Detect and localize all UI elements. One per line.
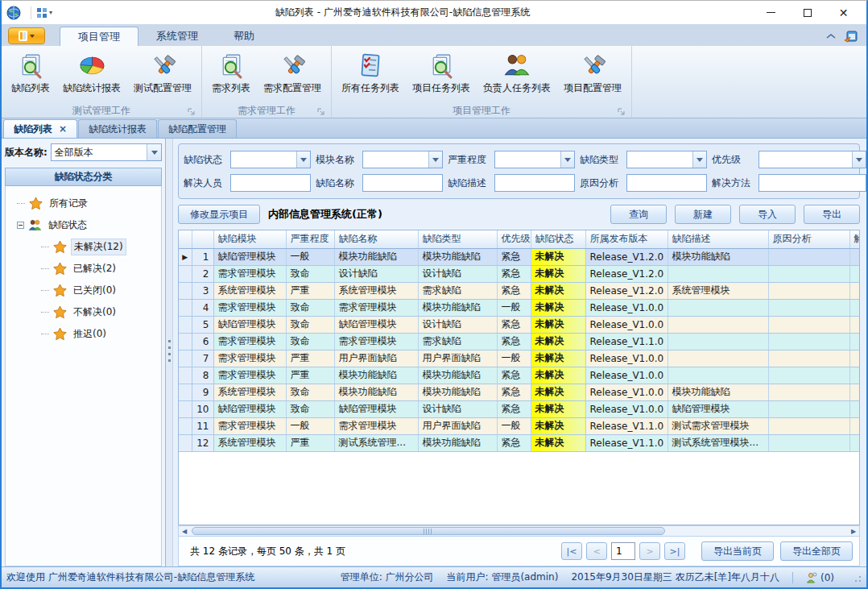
grid-cell[interactable]: Release_V1.1.0 [585, 434, 668, 451]
quick-access-toolbar-button[interactable]: ▾ [36, 7, 52, 19]
grid-cell[interactable]: 模块功能缺陷 [334, 248, 418, 265]
grid-cell[interactable]: 一般 [497, 350, 531, 367]
grid-cell[interactable]: 紧急 [497, 400, 531, 417]
grid-cell[interactable]: 紧急 [497, 434, 531, 451]
grid-cell[interactable]: 紧急 [497, 384, 531, 400]
grid-row[interactable]: 3系统管理模块严重系统管理模块需求缺陷紧急未解决Release_V1.2.0系统… [179, 282, 860, 299]
grid-row[interactable]: 8需求管理模块严重模块功能缺陷模块功能缺陷紧急未解决Release_V1.0.0 [179, 367, 860, 384]
grid-cell[interactable]: 设计缺陷 [418, 265, 497, 282]
grid-cell[interactable]: 需求管理模块 [213, 417, 286, 434]
grid-cell[interactable]: 未解决 [531, 417, 585, 434]
grid-cell[interactable] [768, 282, 849, 299]
grid-cell[interactable]: 未解决 [531, 248, 585, 265]
application-menu-button[interactable] [8, 27, 45, 44]
filter-select-模块名称[interactable] [362, 151, 443, 168]
ribbon-button-缺陷列表[interactable]: 缺陷列表 [6, 49, 55, 97]
grid-cell[interactable]: Release_V1.1.0 [585, 417, 668, 434]
grid-cell[interactable]: 需求管理模块 [213, 367, 286, 384]
grid-cell[interactable]: Release_V1.0.0 [585, 384, 668, 400]
ribbon-tab-系统管理[interactable]: 系统管理 [138, 27, 216, 46]
grid-cell[interactable]: 紧急 [497, 265, 531, 282]
grid-cell[interactable]: 测试需求管理模块 [668, 417, 768, 434]
row-selector-cell[interactable] [179, 333, 192, 350]
grid-cell[interactable]: 致命 [286, 316, 334, 333]
tree-expander-icon[interactable] [17, 222, 24, 229]
ribbon-button-所有任务列表[interactable]: 所有任务列表 [337, 49, 404, 97]
minimize-button[interactable] [753, 2, 789, 23]
grid-cell[interactable]: 一般 [286, 417, 334, 434]
pager-button[interactable]: > [639, 542, 660, 560]
grid-row[interactable]: 5缺陷管理模块致命缺陷管理模块设计缺陷紧急未解决Release_V1.0.0 [179, 316, 860, 333]
page-number-input[interactable] [611, 542, 635, 560]
grid-cell[interactable]: 未解决 [531, 367, 585, 384]
row-selector-cell[interactable] [179, 265, 192, 282]
grid-cell[interactable]: 致命 [286, 333, 334, 350]
close-tab-icon[interactable]: × [59, 123, 67, 135]
grid-cell[interactable] [849, 417, 860, 434]
grid-cell[interactable] [768, 434, 849, 451]
scroll-right-icon[interactable]: ▶ [848, 526, 859, 536]
filter-select-优先级[interactable] [758, 151, 866, 168]
grid-cell[interactable]: 需求管理模块 [334, 417, 418, 434]
grid-cell[interactable]: 用户界面缺陷 [334, 350, 418, 367]
grid-cell[interactable]: 设计缺陷 [418, 316, 497, 333]
grid-cell[interactable] [768, 384, 849, 400]
collapse-ribbon-icon[interactable] [826, 33, 836, 39]
grid-cell[interactable] [849, 384, 860, 400]
grid-cell[interactable] [768, 367, 849, 384]
tree-node[interactable]: 未解决(12) [41, 236, 161, 258]
dialog-launcher-icon[interactable] [188, 108, 195, 115]
grid-cell[interactable]: 致命 [286, 400, 334, 417]
grid-row[interactable]: 9系统管理模块致命模块功能缺陷模块功能缺陷紧急未解决Release_V1.0.0… [179, 384, 860, 400]
grid-cell[interactable]: 模块功能缺陷 [668, 248, 768, 265]
chevron-down-icon[interactable] [560, 151, 574, 168]
ribbon-button-缺陷统计报表[interactable]: 缺陷统计报表 [58, 49, 126, 97]
grid-cell[interactable]: 严重 [286, 350, 334, 367]
row-selector-cell[interactable] [179, 299, 192, 316]
grid-cell[interactable] [668, 265, 768, 282]
grid-column-header[interactable]: 优先级 [497, 230, 531, 248]
grid-cell[interactable]: 紧急 [497, 316, 531, 333]
row-selector-cell[interactable] [179, 367, 192, 384]
grid-cell[interactable]: 系统管理模块 [334, 282, 418, 299]
grid-cell[interactable] [768, 299, 849, 316]
grid-cell[interactable]: 需求管理模块 [213, 265, 286, 282]
grid-cell[interactable]: 致命 [286, 265, 334, 282]
grid-cell[interactable]: Release_V1.2.0 [585, 265, 668, 282]
grid-cell[interactable]: 严重 [286, 434, 334, 451]
grid-cell[interactable]: 紧急 [497, 367, 531, 384]
grid-row[interactable]: ▶1缺陷管理模块一般模块功能缺陷模块功能缺陷紧急未解决Release_V1.2.… [179, 248, 860, 265]
grid-cell[interactable]: 缺陷管理模块 [213, 248, 286, 265]
grid-cell[interactable]: 未解决 [531, 333, 585, 350]
help-window-icon[interactable] [844, 30, 858, 43]
grid-cell[interactable]: 致命 [286, 299, 334, 316]
chevron-down-icon[interactable] [296, 151, 310, 168]
grid-cell[interactable]: 严重 [286, 367, 334, 384]
tree-node[interactable]: 所有记录 [17, 193, 161, 214]
grid-cell[interactable]: 设计缺陷 [334, 265, 418, 282]
grid-cell[interactable]: 一般 [497, 299, 531, 316]
row-selector-cell[interactable] [179, 400, 192, 417]
grid-cell[interactable]: 缺陷管理模块 [334, 400, 418, 417]
chevron-down-icon[interactable] [852, 151, 866, 168]
grid-cell[interactable]: Release_V1.0.0 [585, 350, 668, 367]
grid-cell[interactable]: 系统管理模块 [668, 282, 768, 299]
doc-tab-缺陷统计报表[interactable]: 缺陷统计报表 [78, 119, 157, 138]
grid-cell[interactable]: 一般 [286, 248, 334, 265]
grid-cell[interactable] [849, 316, 860, 333]
row-selector-cell[interactable] [179, 417, 192, 434]
dialog-launcher-icon[interactable] [317, 108, 324, 115]
grid-column-header[interactable]: 解决方法 [849, 230, 860, 248]
grid-cell[interactable]: 模块功能缺陷 [334, 384, 418, 400]
grid-cell[interactable] [668, 333, 768, 350]
grid-cell[interactable]: 缺陷管理模块 [213, 316, 286, 333]
ribbon-button-需求列表[interactable]: 需求列表 [207, 49, 255, 97]
grid-cell[interactable]: 致命 [286, 384, 334, 400]
query-button[interactable]: 查询 [610, 205, 667, 224]
filter-input-解决方法[interactable] [759, 175, 866, 191]
grid-cell[interactable]: 严重 [286, 282, 334, 299]
scroll-left-icon[interactable]: ◀ [179, 526, 190, 536]
grid-cell[interactable] [768, 417, 849, 434]
tree-node[interactable]: 缺陷状态 [17, 214, 161, 236]
maximize-button[interactable] [789, 2, 825, 23]
